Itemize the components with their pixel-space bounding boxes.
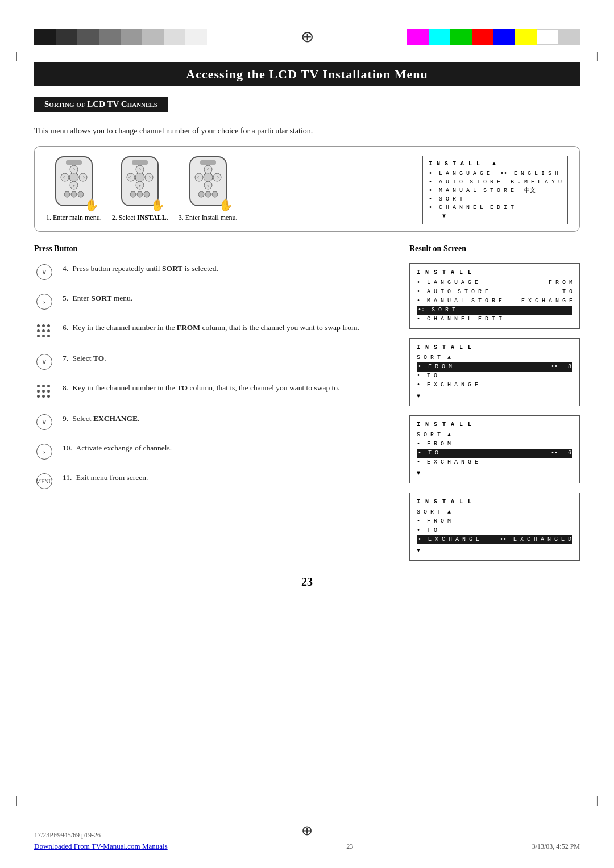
screen-box-2: I N S T A L L S O R T ▲ • F R O M•• 8 • …: [409, 338, 580, 406]
sb4-arrow-down: ▼: [417, 546, 572, 556]
footer-left-label: 17/23PF9945/69 p19-26: [34, 831, 168, 840]
step-7-row: ∨ 7. Select TO.: [34, 353, 398, 370]
footer: 17/23PF9945/69 p19-26 Downloaded From TV…: [34, 831, 580, 851]
svg-point-27: [144, 191, 150, 197]
footer-link[interactable]: Downloaded From TV-Manual.com Manuals: [34, 842, 168, 850]
step-5-text: 5. Enter SORT menu.: [63, 293, 132, 304]
svg-text:>: >: [149, 175, 152, 180]
down-circle-icon-4: ∨: [36, 264, 52, 280]
step-9-text: 9. Select EXCHANGE.: [63, 413, 139, 424]
sb1-lang: • L A N G U A G EF R O M: [417, 278, 572, 287]
reg-mark-bl: |: [16, 795, 18, 806]
main-content: Accessing the LCD TV Installation Menu S…: [34, 62, 580, 834]
svg-text:^: ^: [139, 167, 141, 172]
step-10-row: › 10. Activate exchange of channels.: [34, 443, 398, 460]
page-title: Accessing the LCD TV Installation Menu: [34, 62, 580, 86]
description: This menu allows you to change channel n…: [34, 127, 580, 136]
step-11-row: MENU 11. Exit menu from screen.: [34, 472, 398, 489]
subtitle: Sorting of LCD TV Channels: [34, 97, 168, 112]
menu-circle-icon-11: MENU: [36, 473, 52, 489]
sb1-sort-highlight: •: S O R T: [417, 306, 572, 315]
sb3-from: • F R O M: [417, 440, 572, 449]
sb2-arrow-down: ▼: [417, 392, 572, 401]
screen-box-3: I N S T A L L S O R T ▲ • F R O M • T O•…: [409, 415, 580, 483]
step-8-text: 8. Key in the channel number in the TO c…: [63, 382, 339, 394]
sb3-arrow-down: ▼: [417, 469, 572, 478]
install-menu-item-auto: • A U T O S T O R E B . M E L A Y U: [429, 178, 562, 186]
svg-point-2: [69, 173, 78, 182]
right-circle-icon-5: ›: [36, 294, 52, 310]
step-4-text: 4. Press button repeatedly until SORT is…: [63, 263, 218, 274]
page-number: 23: [34, 575, 580, 589]
sb2-exchange: • E X C H A N G E: [417, 381, 572, 390]
install-menu-item-manual: • M A N U A L S T O R E 中文: [429, 186, 562, 195]
step2-label: 2. Select INSTALL.: [112, 214, 168, 222]
sb2-from-highlight: • F R O M•• 8: [417, 362, 572, 372]
step-5-row: › 5. Enter SORT menu.: [34, 293, 398, 310]
color-bar-left: [34, 29, 207, 45]
svg-point-39: [198, 191, 204, 197]
sb3-sort: S O R T ▲: [417, 431, 572, 440]
svg-text:v: v: [73, 183, 75, 188]
color-bar-right: [407, 29, 580, 45]
title-text: Accessing the LCD TV Installation Menu: [186, 67, 428, 81]
steps-intro-box: ^ v < > ✋ 1. Enter main menu.: [34, 146, 580, 232]
install-menu-item-lang: • L A N G U A G E •• E N G L I S H: [429, 169, 562, 178]
screen-box-1: I N S T A L L • L A N G U A G EF R O M •…: [409, 263, 580, 329]
step-6-icon: [34, 322, 55, 340]
svg-text:<: <: [196, 175, 199, 180]
remote-1: ^ v < > ✋ 1. Enter main menu.: [46, 156, 102, 222]
svg-text:^: ^: [73, 167, 75, 172]
color-bar-area: ⊕: [0, 27, 614, 46]
sb3-to-highlight: • T O•• 6: [417, 449, 572, 458]
footer-left: 17/23PF9945/69 p19-26 Downloaded From TV…: [34, 831, 168, 851]
install-menu-item-sort: • S O R T: [429, 195, 562, 203]
svg-text:<: <: [128, 175, 131, 180]
step-7-text: 7. Select TO.: [63, 353, 106, 364]
step-11-text: 11. Exit menu from screen.: [63, 472, 148, 483]
right-circle-icon-10: ›: [36, 444, 52, 460]
step-7-icon: ∨: [34, 353, 55, 370]
step-4-row: ∨ 4. Press button repeatedly until SORT …: [34, 263, 398, 280]
sb4-sort: S O R T ▲: [417, 508, 572, 517]
svg-point-26: [137, 191, 143, 197]
svg-text:v: v: [207, 183, 209, 188]
svg-point-13: [78, 191, 84, 197]
crosshair-center: ⊕: [301, 27, 314, 46]
step-4-icon: ∨: [34, 263, 55, 280]
sb3-exchange: • E X C H A N G E: [417, 458, 572, 467]
step-10-text: 10. Activate exchange of channels.: [63, 443, 172, 454]
step-5-icon: ›: [34, 293, 55, 310]
screen-box-3-title: I N S T A L L: [417, 420, 572, 429]
dots-icon-6: [36, 323, 53, 340]
step-8-row: 8. Key in the channel number in the TO c…: [34, 382, 398, 400]
sb1-auto: • A U T O S T O R ET O: [417, 287, 572, 297]
result-on-screen-header: Result on Screen: [409, 244, 580, 256]
svg-point-41: [212, 191, 218, 197]
svg-text:^: ^: [207, 167, 209, 172]
svg-point-12: [71, 191, 77, 197]
step3-label: 3. Enter Install menu.: [179, 214, 238, 222]
install-menu-item-channel: • C H A N N E L E D I T: [429, 203, 562, 212]
svg-point-30: [204, 173, 213, 182]
step1-label: 1. Enter main menu.: [46, 214, 102, 222]
step-9-icon: ∨: [34, 413, 55, 430]
footer-right: 3/13/03, 4:52 PM: [532, 842, 580, 851]
sb1-manual: • M A N U A L S T O R EE X C H A N G E: [417, 297, 572, 306]
svg-point-40: [205, 191, 211, 197]
install-menu-title: I N S T A L L ▲: [429, 160, 562, 168]
down-circle-icon-7: ∨: [36, 354, 52, 370]
sb2-sort: S O R T ▲: [417, 353, 572, 362]
svg-point-25: [130, 191, 136, 197]
reg-mark-br: |: [596, 795, 598, 806]
reg-mark-tl: |: [16, 51, 18, 61]
svg-text:v: v: [139, 183, 141, 188]
down-circle-icon-9: ∨: [36, 414, 52, 430]
svg-text:<: <: [63, 175, 65, 180]
svg-rect-15: [132, 160, 148, 165]
install-menu-item-arrow: ▼: [429, 212, 562, 220]
svg-rect-29: [200, 160, 216, 165]
svg-point-16: [135, 173, 144, 182]
dots-icon-8: [36, 383, 53, 400]
step-6-text: 6. Key in the channel number in the FROM…: [63, 322, 359, 333]
